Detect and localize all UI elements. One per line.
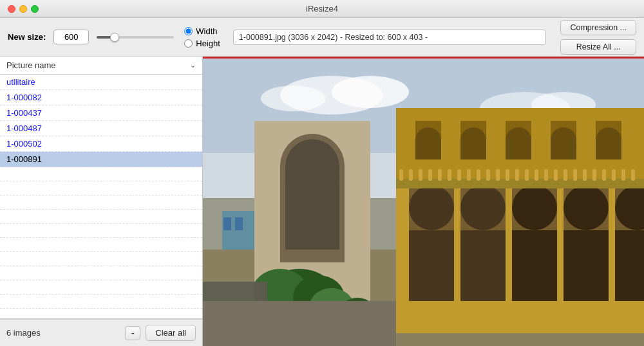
- list-item[interactable]: 1-000502: [0, 136, 202, 152]
- width-radio-label: Width: [196, 26, 217, 36]
- maximize-button[interactable]: [31, 5, 39, 13]
- svg-point-3: [332, 76, 409, 108]
- chevron-down-icon: ⌄: [190, 61, 196, 69]
- clear-all-button[interactable]: Clear all: [146, 325, 196, 341]
- height-radio-label: Height: [196, 39, 220, 48]
- file-info-bar: 1-000891.jpg (3036 x 2042) - Resized to:…: [233, 30, 547, 45]
- list-item-empty: [0, 266, 202, 280]
- list-item-empty: [0, 309, 202, 319]
- resize-all-button[interactable]: Resize All ...: [560, 39, 636, 55]
- svg-rect-84: [235, 217, 243, 230]
- window-controls[interactable]: [8, 5, 39, 13]
- list-item[interactable]: utilitaire: [0, 75, 202, 90]
- window-title: iResize4: [306, 4, 338, 14]
- list-header: Picture name ⌄: [0, 57, 202, 75]
- height-radio[interactable]: [184, 39, 193, 48]
- image-count: 6 images: [6, 328, 120, 338]
- svg-rect-83: [223, 217, 231, 230]
- body-area: Picture name ⌄ utilitaire1-0000821-00043…: [0, 57, 644, 346]
- svg-rect-87: [396, 108, 644, 333]
- list-item[interactable]: 1-000487: [0, 121, 202, 136]
- list-item-empty: [0, 224, 202, 238]
- list-item-empty: [0, 295, 202, 309]
- title-bar: iResize4: [0, 0, 644, 18]
- toolbar: New size: Width Height 1-000891.jpg (303…: [0, 18, 644, 57]
- width-radio[interactable]: [184, 27, 193, 35]
- main-content: New size: Width Height 1-000891.jpg (303…: [0, 18, 644, 346]
- list-item-empty: [0, 280, 202, 295]
- list-item[interactable]: 1-000437: [0, 105, 202, 121]
- left-panel: Picture name ⌄ utilitaire1-0000821-00043…: [0, 57, 203, 346]
- list-item-empty: [0, 196, 202, 210]
- file-list[interactable]: utilitaire1-0000821-0004371-0004871-0005…: [0, 75, 202, 319]
- new-size-label: New size:: [8, 32, 46, 42]
- slider-container: [97, 36, 174, 39]
- remove-button[interactable]: -: [125, 326, 140, 340]
- list-item[interactable]: 1-000891: [0, 152, 202, 167]
- list-item-empty: [0, 210, 202, 224]
- resize-mode-radio-group: Width Height: [184, 26, 220, 48]
- list-item-empty: [0, 167, 202, 181]
- compression-button[interactable]: Compression ...: [560, 20, 636, 35]
- picture-name-header: Picture name: [6, 60, 56, 70]
- list-item-empty: [0, 181, 202, 196]
- list-item-empty: [0, 238, 202, 252]
- list-item[interactable]: 1-000082: [0, 90, 202, 105]
- list-item-empty: [0, 252, 202, 266]
- close-button[interactable]: [8, 5, 15, 13]
- file-info-text: 1-000891.jpg (3036 x 2042) - Resized to:…: [233, 30, 547, 45]
- svg-rect-81: [203, 301, 396, 346]
- image-preview-panel: [203, 57, 644, 346]
- preview-image: [203, 57, 644, 346]
- minimize-button[interactable]: [19, 5, 27, 13]
- height-radio-item[interactable]: Height: [184, 39, 220, 48]
- svg-point-4: [261, 86, 325, 111]
- bottom-bar: 6 images - Clear all: [0, 319, 202, 346]
- action-buttons: Compression ... Resize All ...: [560, 20, 636, 55]
- width-radio-item[interactable]: Width: [184, 26, 220, 36]
- top-border: [203, 57, 644, 59]
- svg-rect-86: [254, 121, 370, 301]
- size-input[interactable]: [53, 30, 89, 44]
- size-slider[interactable]: [97, 36, 174, 39]
